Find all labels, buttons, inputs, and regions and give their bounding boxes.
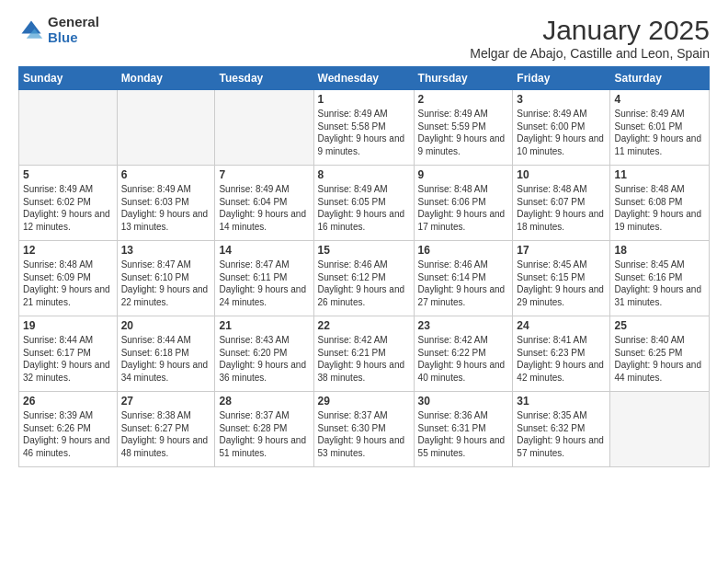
day-cell: 23Sunrise: 8:42 AM Sunset: 6:22 PM Dayli… xyxy=(414,316,513,392)
day-cell xyxy=(19,90,118,166)
day-cell: 30Sunrise: 8:36 AM Sunset: 6:31 PM Dayli… xyxy=(414,392,513,467)
logo-icon xyxy=(18,17,44,43)
day-info: Sunrise: 8:48 AM Sunset: 6:06 PM Dayligh… xyxy=(418,183,509,233)
week-row-3: 12Sunrise: 8:48 AM Sunset: 6:09 PM Dayli… xyxy=(19,241,710,316)
day-number: 19 xyxy=(23,319,113,332)
day-number: 10 xyxy=(517,168,606,181)
day-info: Sunrise: 8:46 AM Sunset: 6:12 PM Dayligh… xyxy=(318,259,410,308)
day-info: Sunrise: 8:46 AM Sunset: 6:14 PM Dayligh… xyxy=(418,259,509,308)
day-info: Sunrise: 8:44 AM Sunset: 6:18 PM Dayligh… xyxy=(121,334,211,384)
day-info: Sunrise: 8:49 AM Sunset: 6:03 PM Dayligh… xyxy=(121,183,211,233)
calendar-subtitle: Melgar de Abajo, Castille and Leon, Spai… xyxy=(470,46,710,61)
day-info: Sunrise: 8:48 AM Sunset: 6:09 PM Dayligh… xyxy=(23,259,113,308)
day-info: Sunrise: 8:49 AM Sunset: 6:02 PM Dayligh… xyxy=(23,183,113,233)
day-cell: 10Sunrise: 8:48 AM Sunset: 6:07 PM Dayli… xyxy=(513,166,610,241)
day-number: 21 xyxy=(219,319,309,332)
page: General Blue January 2025 Melgar de Abaj… xyxy=(0,0,728,563)
day-cell: 25Sunrise: 8:40 AM Sunset: 6:25 PM Dayli… xyxy=(610,316,710,392)
day-cell: 24Sunrise: 8:41 AM Sunset: 6:23 PM Dayli… xyxy=(513,316,610,392)
day-info: Sunrise: 8:49 AM Sunset: 6:04 PM Dayligh… xyxy=(219,183,309,233)
day-number: 9 xyxy=(418,168,509,181)
day-cell: 13Sunrise: 8:47 AM Sunset: 6:10 PM Dayli… xyxy=(117,241,215,316)
col-thursday: Thursday xyxy=(414,67,513,90)
col-sunday: Sunday xyxy=(19,67,118,90)
day-info: Sunrise: 8:37 AM Sunset: 6:28 PM Dayligh… xyxy=(219,409,309,459)
day-number: 5 xyxy=(23,168,113,181)
day-cell: 16Sunrise: 8:46 AM Sunset: 6:14 PM Dayli… xyxy=(414,241,513,316)
day-cell: 19Sunrise: 8:44 AM Sunset: 6:17 PM Dayli… xyxy=(19,316,118,392)
day-info: Sunrise: 8:45 AM Sunset: 6:16 PM Dayligh… xyxy=(614,259,705,308)
day-cell: 26Sunrise: 8:39 AM Sunset: 6:26 PM Dayli… xyxy=(19,392,118,467)
day-number: 27 xyxy=(121,395,211,408)
header-row: Sunday Monday Tuesday Wednesday Thursday… xyxy=(19,67,710,90)
logo: General Blue xyxy=(18,15,99,45)
day-cell: 8Sunrise: 8:49 AM Sunset: 6:05 PM Daylig… xyxy=(313,166,414,241)
day-info: Sunrise: 8:49 AM Sunset: 6:01 PM Dayligh… xyxy=(614,108,705,157)
day-cell: 12Sunrise: 8:48 AM Sunset: 6:09 PM Dayli… xyxy=(19,241,118,316)
day-cell: 29Sunrise: 8:37 AM Sunset: 6:30 PM Dayli… xyxy=(313,392,414,467)
day-number: 17 xyxy=(517,244,606,257)
logo-blue: Blue xyxy=(48,30,99,46)
day-number: 20 xyxy=(121,319,211,332)
day-cell: 22Sunrise: 8:42 AM Sunset: 6:21 PM Dayli… xyxy=(313,316,414,392)
day-info: Sunrise: 8:48 AM Sunset: 6:08 PM Dayligh… xyxy=(614,183,705,233)
day-cell: 17Sunrise: 8:45 AM Sunset: 6:15 PM Dayli… xyxy=(513,241,610,316)
day-info: Sunrise: 8:39 AM Sunset: 6:26 PM Dayligh… xyxy=(23,409,113,459)
day-info: Sunrise: 8:37 AM Sunset: 6:30 PM Dayligh… xyxy=(318,409,410,459)
day-cell: 11Sunrise: 8:48 AM Sunset: 6:08 PM Dayli… xyxy=(610,166,710,241)
day-number: 15 xyxy=(318,244,410,257)
day-number: 6 xyxy=(121,168,211,181)
day-number: 16 xyxy=(418,244,509,257)
day-number: 24 xyxy=(517,319,606,332)
day-cell xyxy=(610,392,710,467)
week-row-5: 26Sunrise: 8:39 AM Sunset: 6:26 PM Dayli… xyxy=(19,392,710,467)
week-row-4: 19Sunrise: 8:44 AM Sunset: 6:17 PM Dayli… xyxy=(19,316,710,392)
col-monday: Monday xyxy=(117,67,215,90)
day-cell: 2Sunrise: 8:49 AM Sunset: 5:59 PM Daylig… xyxy=(414,90,513,166)
day-cell: 15Sunrise: 8:46 AM Sunset: 6:12 PM Dayli… xyxy=(313,241,414,316)
day-cell: 5Sunrise: 8:49 AM Sunset: 6:02 PM Daylig… xyxy=(19,166,118,241)
day-info: Sunrise: 8:47 AM Sunset: 6:11 PM Dayligh… xyxy=(219,259,309,308)
day-info: Sunrise: 8:38 AM Sunset: 6:27 PM Dayligh… xyxy=(121,409,211,459)
day-cell: 9Sunrise: 8:48 AM Sunset: 6:06 PM Daylig… xyxy=(414,166,513,241)
day-number: 25 xyxy=(614,319,705,332)
col-wednesday: Wednesday xyxy=(313,67,414,90)
day-number: 18 xyxy=(614,244,705,257)
day-cell: 1Sunrise: 8:49 AM Sunset: 5:58 PM Daylig… xyxy=(313,90,414,166)
day-number: 22 xyxy=(318,319,410,332)
day-info: Sunrise: 8:49 AM Sunset: 6:05 PM Dayligh… xyxy=(318,183,410,233)
day-cell: 7Sunrise: 8:49 AM Sunset: 6:04 PM Daylig… xyxy=(215,166,313,241)
day-number: 13 xyxy=(121,244,211,257)
day-number: 7 xyxy=(219,168,309,181)
logo-text: General Blue xyxy=(48,15,99,45)
day-info: Sunrise: 8:48 AM Sunset: 6:07 PM Dayligh… xyxy=(517,183,606,233)
header: General Blue January 2025 Melgar de Abaj… xyxy=(18,15,710,61)
day-info: Sunrise: 8:36 AM Sunset: 6:31 PM Dayligh… xyxy=(418,409,509,459)
day-cell: 21Sunrise: 8:43 AM Sunset: 6:20 PM Dayli… xyxy=(215,316,313,392)
day-number: 1 xyxy=(318,93,410,106)
day-cell: 31Sunrise: 8:35 AM Sunset: 6:32 PM Dayli… xyxy=(513,392,610,467)
day-cell: 6Sunrise: 8:49 AM Sunset: 6:03 PM Daylig… xyxy=(117,166,215,241)
week-row-1: 1Sunrise: 8:49 AM Sunset: 5:58 PM Daylig… xyxy=(19,90,710,166)
day-cell xyxy=(215,90,313,166)
day-cell: 18Sunrise: 8:45 AM Sunset: 6:16 PM Dayli… xyxy=(610,241,710,316)
col-tuesday: Tuesday xyxy=(215,67,313,90)
day-cell: 28Sunrise: 8:37 AM Sunset: 6:28 PM Dayli… xyxy=(215,392,313,467)
day-number: 30 xyxy=(418,395,509,408)
calendar-title: January 2025 xyxy=(470,15,710,46)
day-number: 8 xyxy=(318,168,410,181)
day-info: Sunrise: 8:49 AM Sunset: 5:58 PM Dayligh… xyxy=(318,108,410,157)
day-info: Sunrise: 8:47 AM Sunset: 6:10 PM Dayligh… xyxy=(121,259,211,308)
day-info: Sunrise: 8:40 AM Sunset: 6:25 PM Dayligh… xyxy=(614,334,705,384)
day-cell: 14Sunrise: 8:47 AM Sunset: 6:11 PM Dayli… xyxy=(215,241,313,316)
day-number: 4 xyxy=(614,93,705,106)
day-info: Sunrise: 8:45 AM Sunset: 6:15 PM Dayligh… xyxy=(517,259,606,308)
day-number: 2 xyxy=(418,93,509,106)
day-number: 26 xyxy=(23,395,113,408)
day-info: Sunrise: 8:43 AM Sunset: 6:20 PM Dayligh… xyxy=(219,334,309,384)
svg-marker-0 xyxy=(22,20,41,33)
day-number: 28 xyxy=(219,395,309,408)
title-block: January 2025 Melgar de Abajo, Castille a… xyxy=(470,15,710,61)
day-number: 29 xyxy=(318,395,410,408)
day-number: 3 xyxy=(517,93,606,106)
